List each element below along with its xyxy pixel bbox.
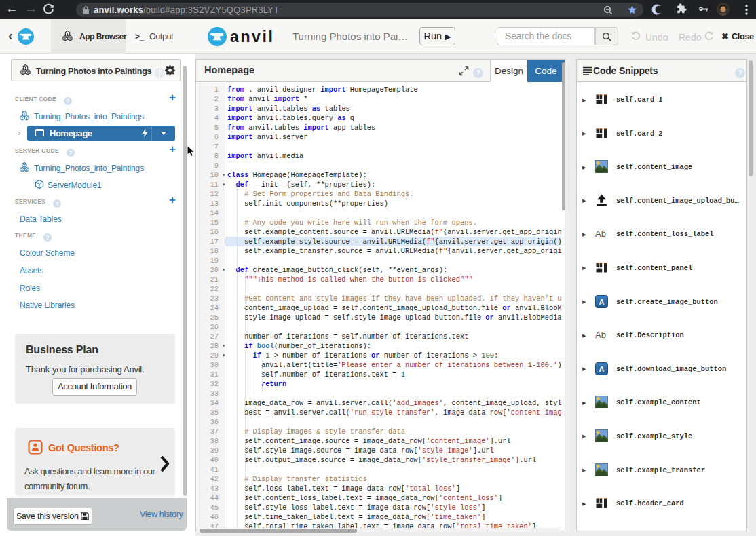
svg-text:A: A (599, 297, 605, 305)
svg-text:A: A (599, 364, 605, 372)
